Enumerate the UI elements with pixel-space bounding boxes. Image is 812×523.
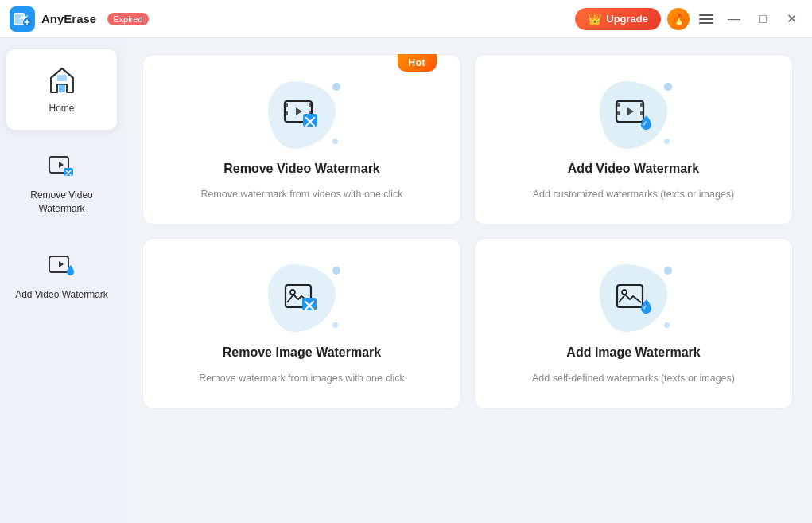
add-video-card-title: Add Video Watermark	[568, 162, 699, 176]
add-image-card-title: Add Image Watermark	[566, 345, 700, 360]
svg-rect-15	[309, 103, 312, 107]
add-video-sidebar-icon	[46, 250, 78, 282]
remove-video-card-icon	[281, 93, 324, 136]
svg-rect-2	[15, 14, 23, 24]
remove-video-sidebar-icon	[46, 150, 78, 182]
add-video-card-desc: Add customized watermarks (texts or imag…	[533, 187, 735, 202]
remove-image-card-title: Remove Image Watermark	[223, 345, 382, 360]
svg-rect-14	[285, 111, 288, 115]
add-video-card-icon	[612, 93, 655, 136]
add-video-icon-container	[594, 79, 674, 150]
remove-video-card-title: Remove Video Watermark	[223, 162, 380, 176]
add-image-card-icon	[612, 277, 655, 320]
svg-marker-17	[296, 107, 302, 115]
maximize-button[interactable]: □	[752, 8, 774, 30]
svg-rect-20	[616, 103, 620, 107]
remove-video-card-desc: Remove watermark from videos with one cl…	[200, 187, 402, 202]
svg-marker-7	[59, 162, 64, 168]
upgrade-button[interactable]: 👑 Upgrade	[575, 8, 661, 30]
card-remove-video[interactable]: Hot	[142, 54, 461, 225]
sidebar-item-add-video[interactable]: Add Video Watermark	[6, 236, 117, 316]
upgrade-label: Upgrade	[606, 13, 648, 25]
svg-rect-21	[616, 111, 620, 115]
svg-rect-4	[59, 84, 65, 92]
svg-point-26	[290, 290, 295, 295]
svg-marker-11	[59, 261, 64, 267]
menu-icon[interactable]	[696, 11, 717, 27]
svg-rect-23	[640, 111, 643, 115]
svg-rect-22	[640, 103, 643, 107]
app-logo: AnyErase Expired	[10, 6, 149, 32]
close-button[interactable]: ✕	[780, 8, 802, 30]
svg-rect-18	[303, 114, 317, 127]
svg-rect-5	[57, 75, 67, 81]
expired-badge: Expired	[107, 13, 148, 25]
sidebar-add-video-label: Add Video Watermark	[15, 288, 108, 302]
remove-image-card-icon	[281, 277, 324, 320]
svg-rect-13	[285, 103, 288, 107]
svg-marker-24	[627, 107, 634, 115]
svg-rect-28	[617, 285, 643, 307]
title-bar-actions: 👑 Upgrade 🔥 — □ ✕	[575, 8, 802, 30]
remove-image-icon-container	[262, 263, 342, 334]
card-remove-image[interactable]: Remove Image Watermark Remove watermark …	[142, 238, 461, 409]
add-image-icon-container	[594, 263, 674, 334]
content-area: Hot	[123, 38, 812, 523]
add-image-card-desc: Add self-defined watermarks (texts or im…	[532, 371, 735, 386]
hot-badge: Hot	[398, 54, 437, 72]
sidebar: Home Remove Video Watermark Add Video	[0, 38, 123, 523]
minimize-button[interactable]: —	[723, 8, 745, 30]
sidebar-remove-video-label: Remove Video Watermark	[14, 189, 109, 216]
sidebar-home-label: Home	[49, 102, 74, 115]
fire-icon[interactable]: 🔥	[667, 8, 690, 30]
home-icon	[46, 64, 78, 96]
cards-grid: Hot	[142, 54, 793, 409]
main-layout: Home Remove Video Watermark Add Video	[0, 38, 812, 523]
remove-video-icon-container	[262, 79, 342, 150]
app-logo-icon	[10, 6, 35, 32]
app-name-label: AnyErase	[41, 12, 96, 25]
sidebar-item-remove-video[interactable]: Remove Video Watermark	[6, 136, 117, 230]
remove-image-card-desc: Remove watermark from images with one cl…	[199, 371, 404, 386]
card-add-video[interactable]: Add Video Watermark Add customized water…	[474, 54, 793, 225]
svg-rect-27	[302, 298, 317, 310]
crown-icon: 👑	[588, 13, 601, 25]
sidebar-item-home[interactable]: Home	[6, 49, 117, 130]
title-bar: AnyErase Expired 👑 Upgrade 🔥 — □ ✕	[0, 0, 812, 38]
svg-point-29	[622, 290, 627, 295]
card-add-image[interactable]: Add Image Watermark Add self-defined wat…	[474, 238, 793, 409]
